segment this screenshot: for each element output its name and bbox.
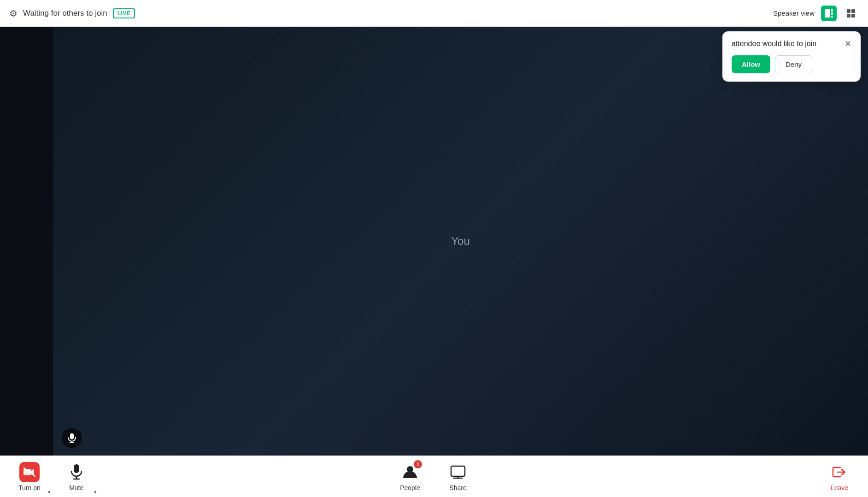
- mute-label: Mute: [69, 484, 83, 491]
- speaker-view-icon: [824, 9, 833, 18]
- video-sidebar: [0, 27, 53, 456]
- people-badge: 1: [414, 460, 422, 468]
- notif-actions: Allow Deny: [732, 55, 851, 73]
- meeting-status-title: Waiting for others to join: [23, 9, 107, 18]
- mic-indicator: [62, 428, 82, 448]
- notif-header: attendee would like to join ✕: [732, 40, 851, 48]
- mic-active-icon: [67, 433, 77, 443]
- video-camera-off-icon: [23, 467, 35, 477]
- you-label: You: [451, 235, 470, 248]
- people-label: People: [400, 484, 420, 491]
- notif-close-button[interactable]: ✕: [845, 40, 851, 48]
- svg-rect-5: [851, 9, 855, 13]
- toolbar-left: Turn on ▾ Mute ▾: [14, 458, 97, 495]
- share-label: Share: [449, 484, 466, 491]
- svg-rect-4: [847, 9, 850, 13]
- deny-button[interactable]: Deny: [775, 55, 812, 73]
- mute-button[interactable]: Mute: [62, 458, 91, 495]
- header-bar: ⚙ Waiting for others to join LIVE Speake…: [0, 0, 868, 27]
- video-chevron-icon[interactable]: ▾: [48, 489, 51, 495]
- turn-on-label: Turn on: [18, 484, 41, 491]
- toolbar-center: 1 People Share: [395, 458, 473, 495]
- allow-button[interactable]: Allow: [732, 55, 770, 73]
- leave-icon-wrap: [829, 462, 850, 482]
- share-button[interactable]: Share: [443, 458, 473, 495]
- toolbar-right: Leave: [825, 458, 854, 495]
- video-off-icon-wrap: [19, 462, 40, 482]
- grid-view-button[interactable]: [843, 6, 859, 21]
- mic-icon-wrap: [66, 462, 87, 482]
- header-right: Speaker view: [773, 6, 859, 21]
- video-main: You: [53, 27, 868, 456]
- turn-on-button[interactable]: Turn on: [14, 458, 45, 495]
- live-badge: LIVE: [113, 8, 135, 18]
- speaker-view-label: Speaker view: [773, 9, 815, 17]
- share-icon: [450, 464, 466, 480]
- toolbar: Turn on ▾ Mute ▾: [0, 456, 868, 497]
- turn-on-group: Turn on ▾: [14, 458, 51, 495]
- notif-title: attendee would like to join: [732, 40, 816, 48]
- video-off-icon: [19, 462, 40, 482]
- svg-rect-2: [831, 12, 833, 15]
- leave-label: Leave: [831, 484, 848, 491]
- mic-chevron-icon[interactable]: ▾: [94, 489, 97, 495]
- svg-rect-12: [74, 464, 79, 473]
- join-notification: attendee would like to join ✕ Allow Deny: [722, 31, 861, 82]
- leave-icon: [832, 464, 847, 480]
- microphone-icon: [70, 464, 83, 480]
- mute-group: Mute ▾: [62, 458, 97, 495]
- svg-rect-1: [831, 9, 833, 12]
- grid-view-icon: [846, 9, 856, 18]
- share-icon-wrap: [448, 462, 468, 482]
- video-area: You: [0, 27, 868, 456]
- svg-rect-3: [831, 16, 833, 18]
- svg-rect-6: [847, 14, 850, 18]
- svg-rect-8: [70, 433, 74, 439]
- header-left: ⚙ Waiting for others to join LIVE: [9, 8, 135, 19]
- settings-icon[interactable]: ⚙: [9, 8, 18, 19]
- svg-rect-16: [451, 466, 465, 476]
- svg-rect-0: [825, 9, 830, 18]
- people-icon-wrap: 1: [400, 462, 420, 482]
- svg-rect-7: [851, 14, 855, 18]
- leave-button[interactable]: Leave: [825, 458, 854, 495]
- speaker-view-button[interactable]: [821, 6, 837, 21]
- people-button[interactable]: 1 People: [395, 458, 425, 495]
